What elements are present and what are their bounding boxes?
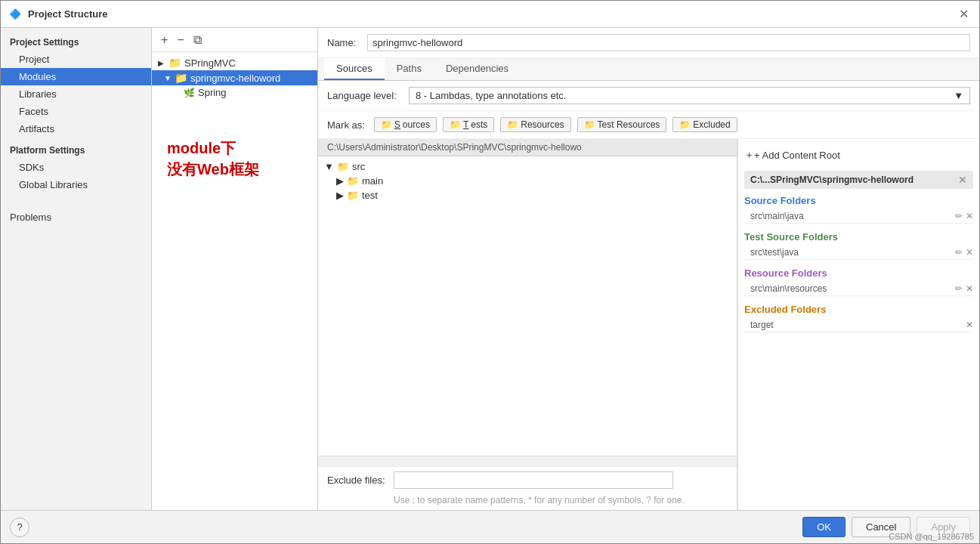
tree-item-springmvc-helloword[interactable]: ▼ 📁 springmvc-helloword ← bbox=[152, 70, 317, 85]
mark-as-row: Mark as: 📁 Sources 📁 Tests 📁 Resources bbox=[318, 111, 979, 139]
test-folders-title: Test Source Folders bbox=[744, 231, 973, 243]
resource-folders-title: Resource Folders bbox=[744, 267, 973, 279]
test-resources-folder-icon: 📁 bbox=[584, 119, 595, 130]
content-body: C:\Users\Administrator\Desktop\SPringMVC… bbox=[318, 139, 979, 510]
name-row: Name: bbox=[318, 28, 979, 58]
mark-excluded-button[interactable]: 📁 Excluded bbox=[672, 117, 737, 132]
tab-paths[interactable]: Paths bbox=[385, 58, 434, 80]
module-toolbar: + − ⧉ bbox=[152, 28, 317, 52]
mark-test-resources-button[interactable]: 📁 Test Resources bbox=[577, 117, 667, 132]
edit-resource-folder-button[interactable]: ✏ bbox=[955, 283, 963, 294]
resource-folders-section: Resource Folders src\main\resources ✏ ✕ bbox=[744, 267, 973, 296]
mark-as-label: Mark as: bbox=[327, 119, 365, 131]
test-folder-entry-0: src\test\java ✏ ✕ bbox=[744, 246, 973, 260]
file-tree-main[interactable]: ▶ 📁 main bbox=[318, 174, 737, 188]
remove-test-folder-button[interactable]: ✕ bbox=[966, 247, 973, 258]
sidebar-item-artifacts[interactable]: Artifacts bbox=[1, 120, 151, 138]
cancel-button[interactable]: Cancel bbox=[852, 517, 910, 537]
sidebar-item-facets[interactable]: Facets bbox=[1, 103, 151, 120]
resource-folder-entry-0: src\main\resources ✏ ✕ bbox=[744, 282, 973, 296]
remove-source-folder-button[interactable]: ✕ bbox=[966, 211, 973, 221]
dialog-title: Project Structure bbox=[28, 8, 956, 20]
add-module-button[interactable]: + bbox=[158, 33, 171, 47]
language-level-label: Language level: bbox=[327, 90, 403, 101]
excluded-folders-section: Excluded Folders target ✕ bbox=[744, 304, 973, 332]
mark-sources-button[interactable]: 📁 Sources bbox=[374, 117, 437, 132]
file-tree-test[interactable]: ▶ 📁 test bbox=[318, 188, 737, 202]
dialog-icon: 🔷 bbox=[8, 8, 22, 21]
sidebar-item-project[interactable]: Project bbox=[1, 51, 151, 68]
add-content-root-button[interactable]: ＋ + Add Content Root bbox=[744, 145, 973, 165]
exclude-files-input[interactable] bbox=[394, 471, 673, 489]
excluded-folder-icon: 📁 bbox=[679, 119, 691, 130]
tab-dependencies[interactable]: Dependencies bbox=[434, 58, 521, 80]
tab-sources[interactable]: Sources bbox=[324, 58, 385, 80]
file-tree-src[interactable]: ▼ 📁 src bbox=[318, 159, 737, 174]
bottom-bar: ? OK Cancel Apply bbox=[1, 510, 979, 543]
sidebar-item-sdks[interactable]: SDKs bbox=[1, 159, 151, 176]
exclude-hint: Use ; to separate name patterns, * for a… bbox=[318, 493, 737, 510]
excluded-folder-entry-0: target ✕ bbox=[744, 318, 973, 332]
test-folder-actions: ✏ ✕ bbox=[955, 247, 973, 258]
sidebar: Project Settings Project Modules Librari… bbox=[1, 28, 152, 510]
remove-module-button[interactable]: − bbox=[174, 33, 187, 47]
platform-settings-label: Platform Settings bbox=[1, 138, 151, 159]
exclude-files-row: Exclude files: bbox=[318, 466, 737, 493]
test-source-folders-section: Test Source Folders src\test\java ✏ ✕ bbox=[744, 231, 973, 260]
source-folders-section: Source Folders src\main\java ✏ ✕ bbox=[744, 195, 973, 224]
close-button[interactable]: ✕ bbox=[956, 7, 972, 21]
plus-icon: ＋ bbox=[744, 148, 754, 162]
content-root-close-button[interactable]: ✕ bbox=[958, 174, 967, 186]
help-button[interactable]: ? bbox=[10, 518, 29, 537]
excluded-folder-actions: ✕ bbox=[966, 320, 973, 330]
mark-tests-button[interactable]: 📁 Tests bbox=[443, 117, 494, 132]
folder-icon: 📁 bbox=[168, 57, 181, 69]
exclude-files-label: Exclude files: bbox=[327, 474, 388, 486]
tab-content-sources: Language level: 8 - Lambdas, type annota… bbox=[318, 81, 979, 510]
spring-icon: 🌿 bbox=[184, 88, 195, 98]
annotation-overlay: module下 没有Web框架 bbox=[152, 100, 317, 195]
annotation-arrow: ← bbox=[314, 68, 317, 88]
edit-test-folder-button[interactable]: ✏ bbox=[955, 247, 963, 258]
remove-resource-folder-button[interactable]: ✕ bbox=[966, 283, 973, 294]
annotation-text: module下 没有Web框架 bbox=[159, 122, 310, 195]
tree-item-springmvc-root[interactable]: ▶ 📁 SPringMVC bbox=[152, 55, 317, 70]
source-folder-actions: ✏ ✕ bbox=[955, 211, 973, 221]
language-level-select[interactable]: 8 - Lambdas, type annotations etc. ▼ bbox=[409, 87, 970, 104]
path-bar: C:\Users\Administrator\Desktop\SPringMVC… bbox=[318, 139, 737, 156]
sidebar-item-libraries[interactable]: Libraries bbox=[1, 85, 151, 103]
right-panel: Name: Sources Paths Dependencies Lang bbox=[318, 28, 979, 510]
project-settings-label: Project Settings bbox=[1, 31, 151, 51]
tree-item-spring[interactable]: 🌿 Spring bbox=[152, 85, 317, 100]
copy-module-button[interactable]: ⧉ bbox=[190, 33, 205, 47]
file-tree: ▼ 📁 src ▶ 📁 main bbox=[318, 156, 737, 456]
ok-button[interactable]: OK bbox=[802, 517, 846, 537]
sources-folder-icon: 📁 bbox=[381, 119, 392, 130]
tabs-row: Sources Paths Dependencies bbox=[318, 58, 979, 81]
test-folder-icon: 📁 bbox=[347, 190, 359, 201]
source-folders-title: Source Folders bbox=[744, 195, 973, 206]
sidebar-item-modules[interactable]: Modules bbox=[1, 68, 151, 85]
resources-folder-icon: 📁 bbox=[507, 119, 518, 130]
resource-folder-actions: ✏ ✕ bbox=[955, 283, 973, 294]
language-level-row: Language level: 8 - Lambdas, type annota… bbox=[318, 81, 979, 111]
sidebar-item-problems[interactable]: Problems bbox=[1, 206, 151, 226]
edit-source-folder-button[interactable]: ✏ bbox=[955, 211, 963, 221]
apply-button[interactable]: Apply bbox=[917, 517, 970, 537]
src-folder-icon: 📁 bbox=[337, 161, 349, 172]
main-folder-icon: 📁 bbox=[347, 175, 359, 187]
content-root-item: C:\...SPringMVC\springmvc-helloword ✕ bbox=[744, 171, 973, 189]
content-root-path: C:\...SPringMVC\springmvc-helloword bbox=[750, 175, 914, 185]
module-list-panel: + − ⧉ ▶ 📁 SPringMVC ▼ 📁 springmvc-hellow… bbox=[152, 28, 318, 510]
sidebar-item-global-libraries[interactable]: Global Libraries bbox=[1, 176, 151, 193]
mark-resources-button[interactable]: 📁 Resources bbox=[500, 117, 570, 132]
tests-folder-icon: 📁 bbox=[450, 119, 461, 130]
horizontal-scrollbar[interactable] bbox=[318, 456, 737, 466]
content-roots-sidebar: ＋ + Add Content Root C:\...SPringMVC\spr… bbox=[737, 139, 979, 510]
remove-excluded-folder-button[interactable]: ✕ bbox=[966, 320, 973, 330]
name-input[interactable] bbox=[367, 34, 970, 51]
project-structure-dialog: 🔷 Project Structure ✕ Project Settings P… bbox=[0, 0, 980, 544]
source-folder-entry-0: src\main\java ✏ ✕ bbox=[744, 209, 973, 224]
chevron-expand-icon: ▼ bbox=[164, 74, 172, 82]
module-tree: ▶ 📁 SPringMVC ▼ 📁 springmvc-helloword ← … bbox=[152, 52, 317, 510]
